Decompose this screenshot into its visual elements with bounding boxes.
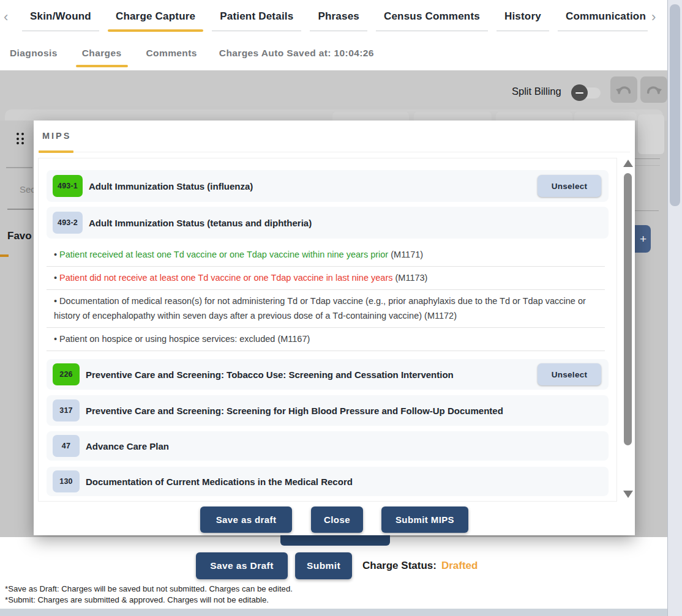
subtab-diagnosis[interactable]: Diagnosis xyxy=(7,38,60,69)
subtab-charges[interactable]: Charges xyxy=(80,38,124,69)
option-m1171[interactable]: Patient received at least one Td vaccine… xyxy=(47,243,605,267)
charge-status-label: Charge Status: xyxy=(362,560,437,572)
scroll-down-icon[interactable] xyxy=(623,491,633,498)
tab-label: History xyxy=(504,10,541,23)
subtab-label: Comments xyxy=(146,48,197,59)
tab-phrases[interactable]: Phrases xyxy=(309,0,369,33)
modal-scrollbar-thumb[interactable] xyxy=(624,173,632,445)
favorites-tab-underline xyxy=(0,254,9,257)
measure-code-badge: 226 xyxy=(53,363,80,385)
divider xyxy=(635,158,660,159)
tab-label: Charge Capture xyxy=(116,10,195,23)
split-billing-toggle[interactable] xyxy=(571,84,602,102)
save-as-draft-button[interactable]: Save as Draft xyxy=(196,552,288,579)
drag-handle-icon[interactable] xyxy=(17,133,26,145)
mips-tab[interactable]: MIPS xyxy=(42,131,71,141)
footnote-save-draft: *Save as Draft: Charges will be saved bu… xyxy=(5,584,293,595)
tab-history[interactable]: History xyxy=(495,0,550,33)
footnote-submit: *Submit: Charges are submitted & approve… xyxy=(5,595,293,606)
option-text: Patient on hospice or using hospice serv… xyxy=(54,334,310,344)
measure-row-493-2[interactable]: 493-2 Adult Immunization Status (tetanus… xyxy=(47,207,609,239)
measure-code-badge: 493-2 xyxy=(53,212,83,234)
tab-label: Skin/Wound xyxy=(30,10,91,23)
tabs-scroll-left-icon[interactable]: ‹ xyxy=(4,9,8,26)
toggle-knob xyxy=(571,84,588,101)
tab-label: Patient Details xyxy=(220,10,293,23)
subtab-label: Charges xyxy=(82,48,122,59)
option-m1167[interactable]: Patient on hospice or using hospice serv… xyxy=(47,328,605,351)
mips-modal: MIPS 493-1 Adult Immunization Status (in… xyxy=(34,121,635,535)
unselect-button[interactable]: Unselect xyxy=(538,363,601,385)
option-text: Patient did not receive at least one Td … xyxy=(54,273,427,283)
unselect-button[interactable]: Unselect xyxy=(538,175,601,197)
hidden-field xyxy=(332,112,409,121)
tab-charge-capture[interactable]: Charge Capture xyxy=(107,0,204,33)
tab-label: Communication xyxy=(566,10,646,23)
input-underline xyxy=(7,209,34,210)
measure-options-list: Patient received at least one Td vaccine… xyxy=(47,243,605,351)
measure-row-226[interactable]: 226 Preventive Care and Screening: Tobac… xyxy=(47,359,609,390)
tabs-scroll-right-icon[interactable]: › xyxy=(651,9,656,26)
measure-title: Advance Care Plan xyxy=(86,441,169,451)
tab-census-comments[interactable]: Census Comments xyxy=(375,0,489,33)
measure-code-badge: 317 xyxy=(53,399,80,421)
horizontal-scrollbar[interactable] xyxy=(0,609,667,616)
tab-communication[interactable]: Communication xyxy=(556,0,648,33)
subtab-comments[interactable]: Comments xyxy=(144,38,200,69)
mips-measure-list: 493-1 Adult Immunization Status (influen… xyxy=(38,158,617,502)
tab-label: Census Comments xyxy=(384,10,480,23)
tab-label: Phrases xyxy=(318,10,359,23)
hidden-field xyxy=(574,112,637,121)
divider xyxy=(635,165,660,166)
divider xyxy=(635,210,659,211)
undo-button[interactable] xyxy=(610,76,637,103)
favorites-tab-fragment[interactable]: Favo xyxy=(7,230,32,242)
submit-mips-button[interactable]: Submit MIPS xyxy=(381,507,468,533)
option-text: Patient received at least one Td vaccine… xyxy=(54,250,423,259)
hidden-field xyxy=(414,112,492,121)
scroll-up-icon[interactable] xyxy=(623,160,633,167)
measure-row-47[interactable]: 47 Advance Care Plan xyxy=(47,431,609,461)
redo-button[interactable] xyxy=(640,76,667,103)
measure-title: Preventive Care and Screening: Screening… xyxy=(86,406,503,416)
option-m1173[interactable]: Patient did not receive at least one Td … xyxy=(47,267,605,290)
tab-patient-details[interactable]: Patient Details xyxy=(211,0,302,33)
measure-row-130[interactable]: 130 Documentation of Current Medications… xyxy=(47,467,609,496)
measure-title: Adult Immunization Status (influenza) xyxy=(89,181,253,191)
subtab-label: Diagnosis xyxy=(10,48,58,59)
divider xyxy=(39,152,630,152)
measure-code-badge: 493-1 xyxy=(53,175,83,197)
hidden-field xyxy=(496,112,572,121)
option-m1172[interactable]: Documentation of medical reason(s) for n… xyxy=(47,290,605,328)
measure-row-317[interactable]: 317 Preventive Care and Screening: Scree… xyxy=(47,395,609,426)
hidden-field xyxy=(638,114,664,154)
measure-code-badge: 47 xyxy=(53,435,80,457)
charge-capture-app: ‹ Skin/Wound Charge Capture Patient Deta… xyxy=(0,0,682,616)
plus-icon: + xyxy=(640,232,646,246)
section-text-fragment: Sec xyxy=(20,184,34,195)
close-button[interactable]: Close xyxy=(311,507,363,533)
charge-subtabs: Diagnosis Charges Comments Charges Auto … xyxy=(7,38,374,69)
measure-code-badge: 130 xyxy=(53,470,80,492)
submit-button[interactable]: Submit xyxy=(295,552,352,579)
undo-icon xyxy=(616,83,632,97)
mips-tab-underline xyxy=(39,150,73,153)
module-tabs: Skin/Wound Charge Capture Patient Detail… xyxy=(21,0,648,35)
redo-icon xyxy=(646,83,662,97)
autosave-status: Charges Auto Saved at: 10:04:26 xyxy=(219,48,374,59)
tab-skin-wound[interactable]: Skin/Wound xyxy=(21,0,100,33)
minus-icon xyxy=(575,92,583,94)
save-as-draft-mips-button[interactable]: Save as draft xyxy=(200,507,292,533)
split-billing-label: Split Billing xyxy=(512,86,561,97)
vertical-scrollbar-thumb[interactable] xyxy=(670,4,680,206)
top-navigation: ‹ Skin/Wound Charge Capture Patient Deta… xyxy=(0,0,667,70)
option-text: Documentation of medical reason(s) for n… xyxy=(54,296,586,321)
charge-status-value: Drafted xyxy=(441,560,478,572)
measure-title: Adult Immunization Status (tetanus and d… xyxy=(89,218,312,228)
measure-title: Documentation of Current Medications in … xyxy=(86,477,353,487)
footnotes: *Save as Draft: Charges will be saved bu… xyxy=(5,584,293,605)
charge-status: Charge Status: Drafted xyxy=(362,552,478,579)
divider xyxy=(6,167,32,168)
vertical-scrollbar[interactable] xyxy=(667,0,682,616)
measure-row-493-1[interactable]: 493-1 Adult Immunization Status (influen… xyxy=(47,170,609,202)
